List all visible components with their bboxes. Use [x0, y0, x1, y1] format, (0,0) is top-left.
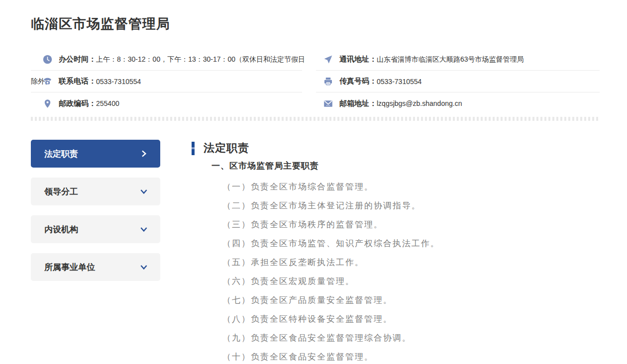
list-item: （三）负责全区市场秩序的监督管理。	[222, 215, 600, 234]
chevron-down-icon	[139, 187, 148, 196]
striped-divider	[31, 117, 600, 121]
address-row: 通讯地址： 山东省淄博市临淄区大顺路63号市场监督管理局	[316, 49, 600, 71]
section-title: 法定职责	[204, 141, 249, 156]
sidebar-item-legal-duties[interactable]: 法定职责	[31, 140, 160, 168]
phone-label: 联系电话：	[59, 77, 96, 86]
office-hours-value: 上午：8：30-12：00，下午：13：30-17：00（双休日和法定节假日	[96, 55, 305, 64]
email-row: 邮箱地址： lzqgsjbgs@zb.shandong.cn	[316, 92, 600, 114]
sidebar-item-label: 内设机构	[44, 224, 78, 235]
section-subtitle: 一、区市场监管局主要职责	[211, 160, 600, 172]
send-icon	[323, 55, 333, 64]
fax-label: 传真号码：	[339, 77, 377, 86]
content-panel: 法定职责 一、区市场监管局主要职责 （一）负责全区市场综合监督管理。 （二）负责…	[192, 140, 600, 364]
list-item: （一）负责全区市场综合监督管理。	[222, 177, 600, 196]
list-item: （六）负责全区宏观质量管理。	[222, 272, 600, 290]
sidebar-item-label: 法定职责	[44, 148, 78, 160]
chevron-right-icon	[139, 149, 148, 158]
email-value: lzqgsjbgs@zb.shandong.cn	[377, 99, 462, 107]
sidebar-item-internal-orgs[interactable]: 内设机构	[31, 215, 160, 243]
list-item: （七）负责全区产品质量安全监督管理。	[222, 290, 600, 309]
office-hours-row: 办公时间： 上午：8：30-12：00，下午：13：30-17：00（双休日和法…	[31, 49, 302, 71]
contact-info-section: 办公时间： 上午：8：30-12：00，下午：13：30-17：00（双休日和法…	[31, 49, 600, 114]
agency-info-page: 临淄区市场监督管理局 办公时间： 上午：8：30-12：00，下午：13：30-…	[0, 15, 627, 364]
phone-row: 除外） 联系电话： 0533-7310554	[31, 71, 302, 92]
fax-row: 传真号码： 0533-7310554	[316, 71, 600, 92]
sidebar-item-subordinate-units[interactable]: 所属事业单位	[31, 253, 160, 281]
sidebar-item-leadership[interactable]: 领导分工	[31, 178, 160, 205]
list-item: （二）负责全区市场主体登记注册的协调指导。	[222, 196, 600, 215]
duty-clause-list: （一）负责全区市场综合监督管理。 （二）负责全区市场主体登记注册的协调指导。 （…	[222, 177, 600, 364]
clock-icon	[43, 55, 52, 64]
email-label: 邮箱地址：	[339, 99, 377, 108]
chevron-down-icon	[139, 225, 148, 234]
list-item: （四）负责全区市场监管、知识产权综合执法工作。	[222, 234, 600, 253]
phone-value: 0533-7310554	[96, 78, 141, 86]
address-label: 通讯地址：	[339, 55, 377, 64]
content-heading: 法定职责	[192, 141, 600, 156]
chevron-down-icon	[139, 263, 148, 272]
location-pin-icon	[43, 99, 52, 108]
main-area: 法定职责 领导分工 内设机构 所属事业单位	[31, 140, 600, 364]
fax-icon	[323, 77, 333, 86]
page-title: 临淄区市场监督管理局	[31, 15, 600, 33]
fax-value: 0533-7310554	[377, 78, 421, 86]
sidebar-nav: 法定职责 领导分工 内设机构 所属事业单位	[31, 140, 160, 364]
postal-label: 邮政编码：	[59, 99, 96, 108]
vertical-bar-marker	[192, 142, 195, 155]
postal-row: 邮政编码： 255400	[31, 92, 302, 114]
sidebar-item-label: 所属事业单位	[44, 262, 95, 273]
sidebar-item-label: 领导分工	[44, 186, 78, 197]
envelope-icon	[323, 99, 333, 108]
list-item: （八）负责全区特种设备安全监督管理。	[222, 309, 600, 328]
list-item: （十）负责全区食品安全监督管理。	[222, 347, 600, 364]
postal-value: 255400	[96, 99, 119, 107]
list-item: （五）承担全区反垄断执法工作。	[222, 253, 600, 272]
address-value: 山东省淄博市临淄区大顺路63号市场监督管理局	[377, 55, 524, 64]
list-item: （九）负责全区食品安全监督管理综合协调。	[222, 328, 600, 347]
phone-icon	[43, 77, 52, 86]
office-hours-label: 办公时间：	[59, 55, 96, 64]
